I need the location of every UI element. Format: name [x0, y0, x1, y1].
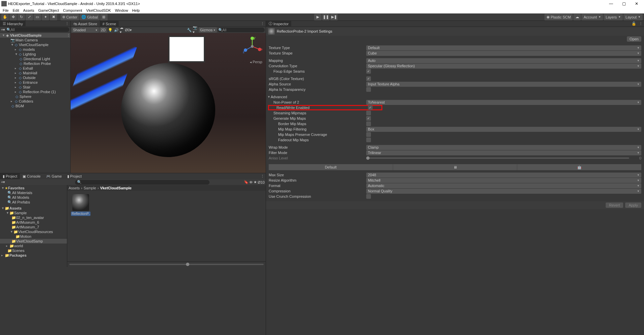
folder-item[interactable]: 📁Scenes [0, 248, 67, 253]
hierarchy-item[interactable]: ▸◇models [0, 47, 70, 52]
pause-button[interactable]: ❚❚ [322, 14, 330, 21]
cloud-button[interactable]: ☁ [573, 14, 581, 21]
mode-2d-toggle[interactable]: 2D [100, 27, 107, 33]
scene-search-input[interactable]: 🔍All [218, 28, 265, 32]
create-asset-button[interactable]: +▾ [1, 180, 5, 184]
menu-edit[interactable]: Edit [11, 8, 21, 12]
alpha-source-dropdown[interactable]: Input Texture Alpha▼ [366, 82, 641, 87]
menu-gameobject[interactable]: GameObject [36, 8, 61, 12]
revert-button[interactable]: Revert [606, 202, 623, 208]
apply-button[interactable]: Apply [625, 202, 641, 208]
snap-toggle[interactable]: ⊞ [100, 14, 108, 21]
filter-type-icon[interactable]: 🔖 [244, 180, 249, 184]
hierarchy-item[interactable]: ▸◇Reflection Probe (1) [0, 89, 70, 94]
plastic-scm-button[interactable]: ◉ Plastic SCM [544, 14, 573, 21]
format-dropdown[interactable]: Automatic▼ [366, 183, 641, 188]
folder-item[interactable]: ▼📁Sample [0, 211, 67, 215]
menu-help[interactable]: Help [130, 8, 142, 12]
fixup-checkbox[interactable]: ✓ [366, 69, 371, 74]
custom-tool-button[interactable]: ✖ [50, 14, 57, 21]
platform-standalone-tab[interactable]: 🖥 [393, 164, 518, 170]
orientation-gizmo[interactable]: x y z [242, 36, 262, 57]
favorite-item[interactable]: 🔍 All Models [0, 195, 67, 200]
asset-store-tab[interactable]: 🛍Asset Store [71, 21, 100, 27]
breadcrumb-item[interactable]: Sample [84, 186, 96, 190]
hierarchy-item[interactable]: ◇Directional Light [0, 57, 70, 61]
favorite-item[interactable]: 🔍 All Prefabs [0, 200, 67, 204]
step-button[interactable]: ▶❚ [330, 14, 338, 21]
shading-dropdown[interactable]: Shaded ▼ [72, 27, 99, 33]
inspector-tab[interactable]: ⓘInspector [266, 21, 291, 27]
wrap-dropdown[interactable]: Clamp▼ [366, 145, 641, 150]
menu-window[interactable]: Window [113, 8, 130, 12]
folder-item[interactable]: 📁02_n_ten_avatar [0, 215, 67, 220]
mapping-dropdown[interactable]: Auto▼ [366, 58, 641, 63]
move-tool-button[interactable]: ✥ [9, 14, 17, 21]
play-button[interactable]: ▶ [314, 14, 321, 21]
minimize-button[interactable]: — [605, 1, 617, 7]
create-button[interactable]: +▾ [1, 28, 5, 32]
account-dropdown[interactable]: Account ▼ [581, 14, 603, 21]
folder-item[interactable]: 📁ArtMuseum_7 [0, 225, 67, 229]
panel-menu-icon[interactable]: ⋮ [638, 22, 644, 26]
hierarchy-item[interactable]: ◇BGM [0, 104, 70, 108]
transform-tool-button[interactable]: ✦ [42, 14, 49, 21]
pivot-toggle[interactable]: ⊕Center [61, 14, 79, 21]
filter-label-icon[interactable]: 👁 [249, 180, 253, 184]
scene-root[interactable]: ▼◈VketCloudSample⋮ [0, 33, 70, 38]
texture-type-dropdown[interactable]: Default▼ [366, 45, 641, 50]
menu-file[interactable]: File [1, 8, 11, 12]
menu-assets[interactable]: Assets [21, 8, 36, 12]
genmip-checkbox[interactable]: ✓ [366, 116, 371, 121]
hidden-count-icon[interactable]: Ø10 [258, 180, 265, 184]
folder-item[interactable]: 📁Motion [0, 234, 67, 239]
tool-settings-icon[interactable]: 🔧 [187, 27, 192, 33]
hierarchy-item[interactable]: 📷Main Camera [0, 38, 70, 42]
preserve-checkbox[interactable] [366, 132, 371, 137]
alpha-transp-checkbox[interactable] [366, 87, 371, 92]
readwrite-checkbox[interactable]: ✓ [368, 105, 373, 110]
texture-shape-dropdown[interactable]: Cube▼ [366, 51, 641, 56]
hierarchy-item[interactable]: ▸◇Colliders [0, 99, 70, 104]
packages-header[interactable]: ▸📁 Packages [0, 253, 67, 258]
compression-dropdown[interactable]: Normal Quality▼ [366, 189, 641, 194]
layers-dropdown[interactable]: Layers ▼ [604, 14, 623, 21]
asset-item[interactable]: ReflectionP... [71, 194, 91, 216]
panel-menu-icon[interactable]: ⋮ [259, 174, 266, 179]
gizmos-dropdown[interactable]: Gizmos ▼ [199, 27, 217, 33]
npot-dropdown[interactable]: ToNearest▼ [366, 100, 641, 105]
hierarchy-search-input[interactable]: 🔍All [6, 27, 69, 32]
thumbnail-size-slider[interactable] [69, 264, 264, 265]
hidden-toggle[interactable]: Ø0▾ [126, 27, 131, 33]
open-button[interactable]: Open [627, 36, 641, 42]
crunch-checkbox[interactable] [366, 194, 371, 199]
platform-default-tab[interactable]: Default [269, 164, 393, 170]
breadcrumb-item[interactable]: Assets [69, 186, 80, 190]
aniso-slider[interactable] [366, 157, 629, 159]
srgb-checkbox[interactable]: ✓ [366, 76, 371, 81]
maxsize-dropdown[interactable]: 2048▼ [366, 173, 641, 178]
rotate-tool-button[interactable]: ↻ [17, 14, 25, 21]
hand-tool-button[interactable]: ✋ [1, 14, 9, 21]
scene-menu-icon[interactable]: ⋮ [67, 33, 70, 38]
project-tab-2[interactable]: ▮Project [65, 173, 84, 179]
fadeout-checkbox[interactable] [366, 138, 371, 142]
hierarchy-item[interactable]: ▼◇VketCloudSample [0, 42, 70, 47]
hierarchy-item[interactable]: ▸◇Outside [0, 75, 70, 80]
folder-item-selected[interactable]: 📁VketCloudSamp [0, 239, 67, 244]
project-tab[interactable]: ▮Project [0, 173, 20, 179]
fx-toggle[interactable]: ☁▾ [120, 27, 125, 33]
hierarchy-item[interactable]: ▸◇MainHall [0, 71, 70, 75]
game-tab[interactable]: 🎮Game [43, 173, 65, 179]
projection-label[interactable]: ◂ Persp [250, 60, 262, 64]
maximize-button[interactable]: ▢ [618, 1, 630, 7]
space-toggle[interactable]: 🌐Global [80, 14, 100, 21]
platform-android-tab[interactable]: 🤖 [517, 164, 641, 170]
hierarchy-item[interactable]: ◇Sphere [0, 94, 70, 99]
project-search-input[interactable]: 🔍 [75, 180, 210, 185]
favorite-icon[interactable]: ★ [254, 180, 257, 184]
folder-item[interactable]: 📁ArtMuseum_6 [0, 220, 67, 225]
favorites-header[interactable]: ▼★ Favorites [0, 186, 67, 190]
lighting-toggle[interactable]: 💡 [108, 27, 113, 33]
assets-header[interactable]: ▼📁 Assets [0, 206, 67, 211]
